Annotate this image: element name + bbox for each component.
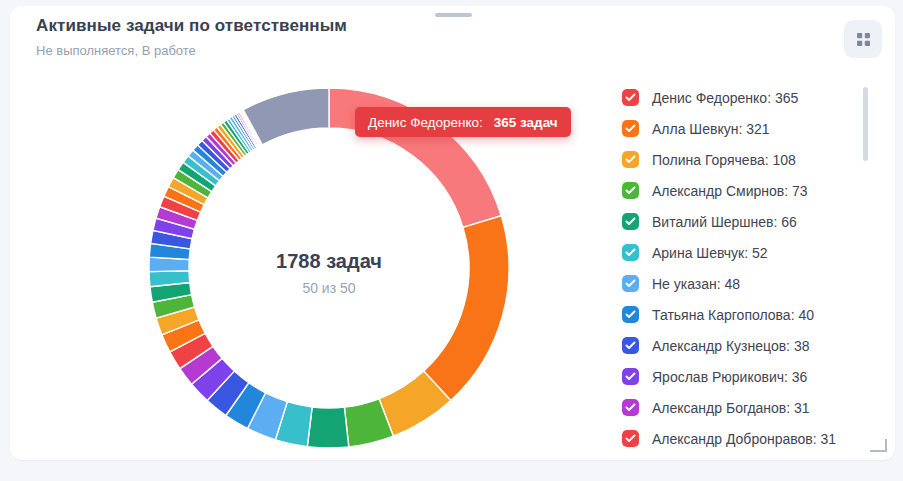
legend-item[interactable]: Александр Добронравов: 31 [622,423,860,454]
legend-item[interactable]: Арина Шевчук: 52 [622,237,860,268]
legend-checkbox[interactable] [622,430,639,447]
legend-label: Александр Добронравов: 31 [652,431,836,447]
check-icon [625,434,636,443]
check-icon [625,124,636,133]
legend-label: Виталий Шершнев: 66 [652,214,797,230]
legend-checkbox[interactable] [622,399,639,416]
legend-checkbox[interactable] [622,89,639,106]
widget-menu-button[interactable] [844,20,882,58]
grid-icon [856,32,871,47]
widget-card: Активные задачи по ответственным Не выпо… [10,6,895,460]
legend-item[interactable]: Полина Горячева: 108 [622,144,860,175]
check-icon [625,248,636,257]
check-icon [625,341,636,350]
chart-slice[interactable] [307,407,348,448]
legend-label: Денис Федоренко: 365 [652,90,798,106]
resize-corner-handle[interactable] [870,439,887,452]
legend-item[interactable]: Алла Шевкун: 321 [622,113,860,144]
tooltip-value: 365 задач [494,115,558,130]
check-icon [625,279,636,288]
check-icon [625,372,636,381]
legend-label: Полина Горячева: 108 [652,152,796,168]
chart-slice[interactable] [424,216,509,401]
chart-tooltip: Денис Федоренко: 365 задач [355,107,571,137]
legend-item[interactable]: Александр Смирнов: 73 [622,175,860,206]
legend-item[interactable]: Александр Богданов: 31 [622,392,860,423]
legend-label: Не указан: 48 [652,276,740,292]
legend-label: Александр Кузнецов: 38 [652,338,809,354]
check-icon [625,310,636,319]
widget-title: Активные задачи по ответственным [36,16,347,36]
legend-label: Александр Богданов: 31 [652,400,810,416]
legend-checkbox[interactable] [622,120,639,137]
check-icon [625,217,636,226]
widget-subtitle: Не выполняется, В работе [36,43,196,58]
legend-checkbox[interactable] [622,368,639,385]
legend-label: Александр Смирнов: 73 [652,183,808,199]
legend-label: Алла Шевкун: 321 [652,121,770,137]
legend-label: Арина Шевчук: 52 [652,245,768,261]
legend-checkbox[interactable] [622,275,639,292]
legend-label: Татьяна Каргополова: 40 [652,307,814,323]
legend-scrollbar-thumb[interactable] [863,87,868,161]
legend-item[interactable]: Не указан: 48 [622,268,860,299]
legend-checkbox[interactable] [622,306,639,323]
legend-item[interactable]: Ярослав Рюрикович: 36 [622,361,860,392]
legend-item[interactable]: Татьяна Каргополова: 40 [622,299,860,330]
check-icon [625,93,636,102]
legend: Денис Федоренко: 365Алла Шевкун: 321Поли… [622,82,860,454]
drag-handle[interactable] [435,13,472,17]
legend-checkbox[interactable] [622,182,639,199]
check-icon [625,155,636,164]
legend-item[interactable]: Денис Федоренко: 365 [622,82,860,113]
legend-item[interactable]: Александр Кузнецов: 38 [622,330,860,361]
tooltip-name: Денис Федоренко: [368,115,483,130]
check-icon [625,186,636,195]
legend-checkbox[interactable] [622,213,639,230]
legend-checkbox[interactable] [622,337,639,354]
legend-item[interactable]: Виталий Шершнев: 66 [622,206,860,237]
legend-checkbox[interactable] [622,151,639,168]
check-icon [625,403,636,412]
legend-label: Ярослав Рюрикович: 36 [652,369,807,385]
legend-checkbox[interactable] [622,244,639,261]
